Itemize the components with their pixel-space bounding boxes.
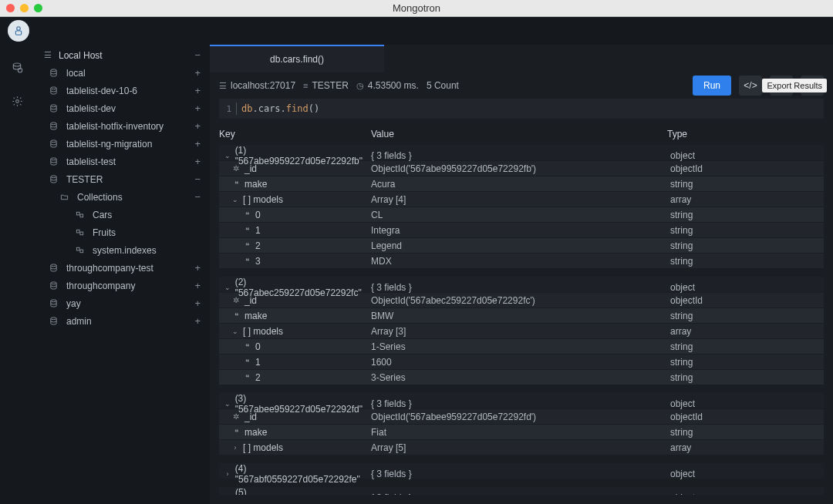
result-field-row[interactable]: ⌄[ ] modelsArray [3]array <box>219 324 824 338</box>
database-row[interactable]: local+ <box>34 64 210 82</box>
database-label: throughcompany-test <box>66 263 193 274</box>
run-button[interactable]: Run <box>693 76 731 96</box>
quote-icon: ❝ <box>242 226 251 234</box>
count-label: 5 Count <box>427 80 459 91</box>
database-row[interactable]: TESTER− <box>34 170 210 188</box>
expand-icon[interactable]: + <box>193 67 202 79</box>
chevron-down-icon[interactable]: ⌄ <box>224 400 231 408</box>
quote-icon: ❝ <box>231 428 241 436</box>
grid-header: Key Value Type <box>219 126 824 142</box>
svg-point-19 <box>51 282 56 284</box>
database-row[interactable]: tablelist-dev-10-6+ <box>34 82 210 99</box>
collapse-icon[interactable]: − <box>193 49 202 61</box>
field-value: Fiat <box>371 427 667 438</box>
expand-icon[interactable]: + <box>193 280 202 291</box>
result-field-row[interactable]: ›[ ] modelsArray [5]array <box>219 440 824 455</box>
expand-icon[interactable]: − <box>193 173 202 185</box>
result-field-row[interactable]: ❝11600string <box>219 354 824 369</box>
database-row[interactable]: tablelist-test+ <box>34 153 210 170</box>
gear-icon: ✲ <box>231 412 241 421</box>
collection-icon <box>76 246 88 254</box>
expand-icon[interactable]: + <box>193 156 202 167</box>
result-document-row[interactable]: ⌄(1) "567abe9959227d05e72292fb"{ 3 field… <box>219 145 824 160</box>
field-value: ObjectId('567abec259227d05e72292fc') <box>371 295 667 306</box>
connection-row[interactable]: ☰ Local Host − <box>34 46 210 64</box>
field-value: { 3 fields } <box>371 398 667 409</box>
result-document-row[interactable]: ⌄(3) "567abee959227d05e72292fd"{ 3 field… <box>219 393 824 408</box>
result-field-row[interactable]: ❝2Legendstring <box>219 238 824 253</box>
field-type: string <box>667 341 824 352</box>
chevron-down-icon[interactable]: ⌄ <box>231 328 239 335</box>
field-value: Integra <box>371 225 667 236</box>
field-type: array <box>667 326 824 337</box>
chevron-right-icon[interactable]: › <box>231 444 239 452</box>
result-field-row[interactable]: ❝0CLstring <box>219 207 824 222</box>
query-tab[interactable]: db.cars.find() <box>210 45 384 72</box>
database-row[interactable]: tablelist-ng-migration+ <box>34 135 210 153</box>
database-row[interactable]: throughcompany-test+ <box>34 259 210 277</box>
svg-rect-17 <box>80 250 83 253</box>
field-type: object <box>667 150 824 161</box>
chevron-down-icon[interactable]: ⌄ <box>224 152 231 160</box>
result-field-row[interactable]: ❝01-Seriesstring <box>219 339 824 354</box>
chevron-down-icon[interactable]: ⌄ <box>224 284 231 291</box>
settings-icon[interactable] <box>12 96 23 107</box>
result-field-row[interactable]: ⌄[ ] modelsArray [4]array <box>219 192 824 207</box>
main-panel: db.cars.find() ☰localhost:27017 ≡TESTER … <box>210 45 833 504</box>
database-row[interactable]: yay+ <box>34 294 210 312</box>
expand-icon[interactable]: + <box>193 297 202 309</box>
expand-icon[interactable]: + <box>193 262 202 274</box>
svg-rect-12 <box>76 212 79 215</box>
field-key: _id <box>245 163 257 174</box>
database-row[interactable]: admin+ <box>34 312 210 330</box>
field-value: MDX <box>371 256 667 267</box>
result-field-row[interactable]: ✲_idObjectId('567abee959227d05e72292fd')… <box>219 409 824 424</box>
app-header <box>0 17 833 45</box>
result-document-row[interactable]: ›(4) "567abf0559227d05e72292fe"{ 3 field… <box>219 463 824 479</box>
quote-icon: ❝ <box>242 257 251 265</box>
database-row[interactable]: tablelist-hotfix-inventory+ <box>34 117 210 135</box>
expand-icon[interactable]: + <box>193 138 202 150</box>
expand-icon[interactable]: + <box>193 120 202 132</box>
expand-icon[interactable]: + <box>193 102 202 114</box>
collection-row[interactable]: Fruits <box>34 223 210 241</box>
query-editor[interactable]: 1 db.cars.find() <box>219 99 824 119</box>
result-field-row[interactable]: ✲_idObjectId('567abec259227d05e72292fc')… <box>219 293 824 307</box>
result-field-row[interactable]: ❝3MDXstring <box>219 254 824 268</box>
database-icon <box>49 122 62 130</box>
result-document-row[interactable]: ⌄(2) "567abec259227d05e72292fc"{ 3 field… <box>219 277 824 292</box>
code-mode-button[interactable]: </> <box>739 76 762 96</box>
chevron-down-icon[interactable]: ⌄ <box>231 196 239 203</box>
server-icon: ☰ <box>42 50 54 60</box>
field-type: objectId <box>667 412 824 422</box>
database-row[interactable]: throughcompany+ <box>34 277 210 294</box>
result-field-row[interactable]: ❝1Integrastring <box>219 223 824 237</box>
field-key: make <box>245 311 267 321</box>
collection-label: system.indexes <box>93 245 202 256</box>
chevron-right-icon[interactable]: › <box>224 470 231 478</box>
result-document-row[interactable]: ›(5) "567abf4a59227d05e72292ff"{ 3 field… <box>219 487 824 495</box>
connections-icon[interactable] <box>11 62 23 74</box>
collection-row[interactable]: Cars <box>34 206 210 223</box>
result-field-row[interactable]: ✲_idObjectId('567abe9959227d05e72292fb')… <box>219 161 824 176</box>
collapse-icon[interactable]: − <box>193 191 202 203</box>
database-icon: ≡ <box>303 81 308 90</box>
field-value: ObjectId('567abee959227d05e72292fd') <box>371 412 667 422</box>
chevron-right-icon[interactable]: › <box>224 494 231 495</box>
result-field-row[interactable]: ❝makeBMWstring <box>219 308 824 323</box>
expand-icon[interactable]: + <box>193 85 202 96</box>
result-field-row[interactable]: ❝23-Seriesstring <box>219 370 824 385</box>
svg-point-9 <box>51 140 56 143</box>
quote-icon: ❝ <box>242 358 251 366</box>
quote-icon: ❝ <box>242 210 251 219</box>
collections-folder[interactable]: Collections− <box>34 188 210 206</box>
result-field-row[interactable]: ❝makeFiatstring <box>219 425 824 439</box>
results-grid: Key Value Type ⌄(1) "567abe9959227d05e72… <box>219 126 824 495</box>
collection-row[interactable]: system.indexes <box>34 241 210 259</box>
gear-icon: ✲ <box>231 296 241 304</box>
field-value: { 3 fields } <box>371 469 667 479</box>
result-field-row[interactable]: ❝makeAcurastring <box>219 176 824 191</box>
database-row[interactable]: tablelist-dev+ <box>34 99 210 117</box>
expand-icon[interactable]: + <box>193 315 202 327</box>
field-value: Array [3] <box>371 326 667 337</box>
